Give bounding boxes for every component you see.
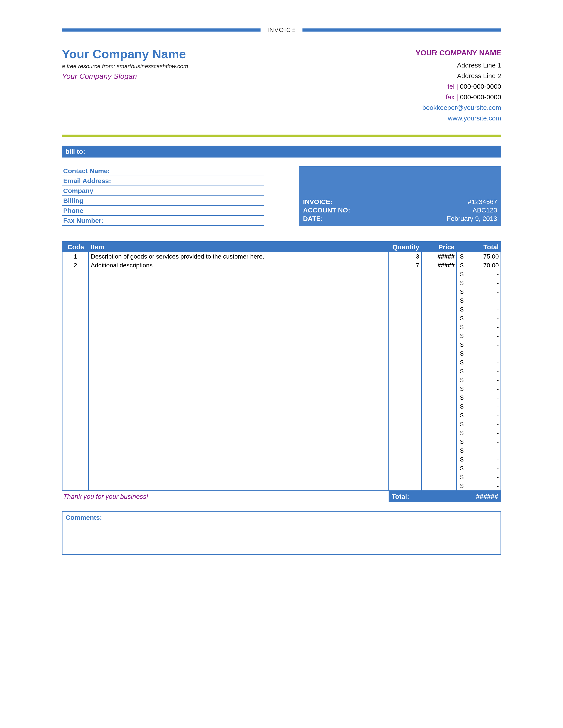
cell-code [62,464,89,473]
cell-total: $- [456,287,501,296]
address-line-2: Address Line 2 [416,71,501,81]
cell-item: Description of goods or services provide… [89,252,388,261]
cell-total-value: - [497,315,499,322]
top-rule-left [62,28,260,32]
cell-code [62,287,89,296]
cell-qty [388,367,421,376]
table-row: $- [62,349,501,358]
currency-symbol: $ [459,350,464,357]
cell-item [89,455,388,464]
cell-price [421,332,456,340]
currency-symbol: $ [459,288,464,295]
currency-symbol: $ [459,465,464,472]
cell-code [62,270,89,279]
cell-item [89,323,388,332]
cell-code [62,296,89,305]
cell-code [62,340,89,349]
currency-symbol: $ [459,271,464,278]
currency-symbol: $ [459,394,464,401]
cell-qty [388,323,421,332]
cell-code [62,473,89,482]
cell-qty [388,482,421,490]
cell-total: $- [456,482,501,490]
cell-total: $- [456,279,501,287]
currency-symbol: $ [459,482,464,490]
invoice-label: INVOICE: [303,198,333,206]
cell-price [421,358,456,367]
cell-total-value: - [497,341,499,348]
cell-total: $- [456,367,501,376]
invoice-date-line: DATE: February 9, 2013 [303,214,497,223]
cell-item [89,411,388,420]
table-row: 1Description of goods or services provid… [62,252,501,261]
table-row: $- [62,358,501,367]
cell-item [89,305,388,314]
cell-qty [388,446,421,455]
table-row: $- [62,446,501,455]
cell-total-value: - [497,456,499,463]
cell-price [421,473,456,482]
cell-total-value: - [497,324,499,331]
cell-total: $- [456,332,501,340]
currency-symbol: $ [459,332,464,340]
table-row: $- [62,287,501,296]
invoice-date: February 9, 2013 [447,215,497,222]
cell-total-value: - [497,430,499,437]
cell-total-value: - [497,412,499,419]
cell-item [89,332,388,340]
cell-total: $- [456,349,501,358]
cell-price [421,296,456,305]
cell-qty [388,287,421,296]
cell-item [89,279,388,287]
cell-total: $- [456,376,501,385]
date-label: DATE: [303,215,323,222]
cell-total: $- [456,323,501,332]
cell-total-value: - [497,438,499,445]
cell-code [62,420,89,429]
cell-qty [388,385,421,393]
cell-qty [388,420,421,429]
table-row: $- [62,437,501,446]
cell-qty [388,314,421,323]
cell-total-value: - [497,465,499,472]
cell-price [421,385,456,393]
company-email: bookkeeper@yoursite.com [416,102,501,113]
bill-to-bar: bill to: [62,146,501,158]
currency-symbol: $ [459,447,464,454]
cell-price [421,279,456,287]
resource-line: a free resource from: smartbusinesscashf… [62,63,188,70]
cell-total: $75.00 [456,252,501,261]
cell-item [89,376,388,385]
cell-item [89,296,388,305]
table-row: $- [62,464,501,473]
cell-total-value: - [497,332,499,340]
cell-total: $- [456,464,501,473]
cell-qty [388,332,421,340]
currency-symbol: $ [459,421,464,428]
table-row: $- [62,420,501,429]
table-row: $- [62,473,501,482]
cell-price [421,323,456,332]
cell-total: $- [456,340,501,349]
currency-symbol: $ [459,368,464,375]
currency-symbol: $ [459,324,464,331]
account-label: ACCOUNT NO: [303,206,350,214]
cell-qty [388,270,421,279]
cell-price [421,411,456,420]
cell-item [89,429,388,437]
cell-item [89,402,388,411]
cell-item [89,437,388,446]
cell-total: $- [456,358,501,367]
currency-symbol: $ [459,412,464,419]
cell-price [421,376,456,385]
cell-qty: 7 [388,261,421,270]
cell-total-value: - [497,368,499,375]
cell-qty [388,296,421,305]
header: Your Company Name a free resource from: … [62,47,501,124]
cell-price [421,455,456,464]
cell-price [421,429,456,437]
cell-total-value: - [497,421,499,428]
items-body: 1Description of goods or services provid… [62,252,501,490]
cell-price [421,420,456,429]
cell-item [89,482,388,490]
